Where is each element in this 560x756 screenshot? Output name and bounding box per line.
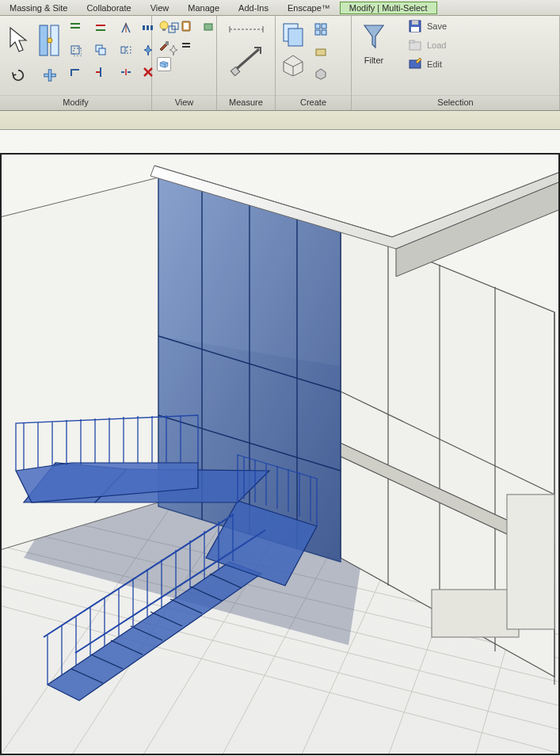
svg-rect-46 [316,49,326,55]
diskette-icon [408,19,422,33]
svg-rect-48 [412,21,418,25]
selection-save-label: Save [427,21,447,31]
copy-icon[interactable] [93,43,108,57]
panel-selection-label: Selection [352,95,559,110]
paste-icon[interactable] [179,19,193,33]
assembly-icon[interactable] [280,19,306,49]
selection-load-label: Load [427,40,446,50]
match-icon[interactable] [179,38,193,52]
svg-rect-41 [288,29,303,46]
menu-view[interactable]: View [141,2,179,14]
split-icon[interactable] [119,65,133,79]
panel-create: Create [276,16,352,110]
panel-create-label: Create [276,95,351,110]
svg-rect-42 [315,24,320,29]
selection-load-button: Load [408,38,447,52]
selection-save-button[interactable]: Save [408,19,447,33]
svg-rect-61 [432,590,519,637]
menu-massing-site[interactable]: Massing & Site [0,2,77,14]
group-icon[interactable] [314,22,328,36]
filter-label: Filter [364,55,383,65]
svg-point-2 [48,38,52,43]
svg-rect-4 [48,70,51,81]
scale-elem-icon[interactable] [201,19,215,33]
panel-view-label: View [152,95,216,110]
svg-rect-31 [184,23,189,29]
rotate-icon[interactable] [11,68,25,82]
dim-measure-icon[interactable] [227,44,266,76]
selection-edit-label: Edit [427,59,442,69]
select-arrow-icon[interactable] [5,19,32,62]
folder-icon [408,38,422,52]
panel-selection: Filter Save Load Edit Selection [352,16,560,110]
svg-rect-0 [40,25,48,55]
svg-rect-43 [322,24,326,29]
align-icon[interactable] [68,21,82,35]
mirror-draw-icon[interactable] [119,43,133,57]
svg-rect-33 [166,41,169,45]
wall-join-icon[interactable] [43,68,57,82]
panel-measure: Measure [217,16,276,110]
options-bar [0,111,560,130]
trim-single-icon[interactable] [93,65,108,79]
menu-modify-multi-select[interactable]: Modify | Multi-Select [340,2,437,14]
mirror-axis-icon[interactable] [119,21,133,35]
menu-enscape[interactable]: Enscape™ [278,2,340,14]
svg-rect-29 [162,29,166,31]
modify-tools-grid [68,19,136,82]
pencil-icon [408,57,422,71]
bulb-icon[interactable] [157,19,171,33]
assembly-small-icon[interactable] [314,67,328,81]
panel-modify: Modify [0,16,152,110]
svg-rect-45 [322,30,326,35]
similar-icon[interactable] [314,44,328,59]
svg-rect-51 [410,40,414,43]
svg-rect-11 [74,48,82,56]
3d-viewport[interactable] [0,130,560,756]
ribbon: Modify View Measure [0,16,560,111]
svg-rect-14 [121,47,125,53]
brush-icon[interactable] [157,38,171,52]
panel-modify-label: Modify [0,95,151,110]
svg-rect-49 [411,27,419,32]
dim-aligned-icon[interactable] [227,22,266,36]
panel-view: View [152,16,217,110]
filter-icon[interactable] [360,21,388,54]
offset-icon[interactable] [93,21,108,35]
modify-element-icon[interactable] [36,19,63,62]
create-parts-icon[interactable] [280,52,306,78]
svg-rect-15 [127,47,131,53]
svg-rect-62 [507,494,554,629]
svg-point-28 [160,21,168,29]
trim-corner-icon[interactable] [68,65,82,79]
section-box-icon[interactable] [157,57,171,71]
menubar: Massing & Site Collaborate View Manage A… [0,0,560,16]
svg-rect-44 [315,30,320,35]
svg-rect-21 [143,25,145,30]
selection-edit-button[interactable]: Edit [408,57,447,71]
move-icon[interactable] [68,43,82,57]
menu-manage[interactable]: Manage [178,2,229,14]
svg-rect-32 [204,24,212,30]
panel-measure-label: Measure [217,95,275,110]
menu-collaborate[interactable]: Collaborate [77,2,140,14]
svg-rect-10 [71,46,79,54]
menu-add-ins[interactable]: Add-Ins [229,2,278,14]
svg-rect-13 [99,48,105,55]
svg-rect-22 [147,25,149,30]
